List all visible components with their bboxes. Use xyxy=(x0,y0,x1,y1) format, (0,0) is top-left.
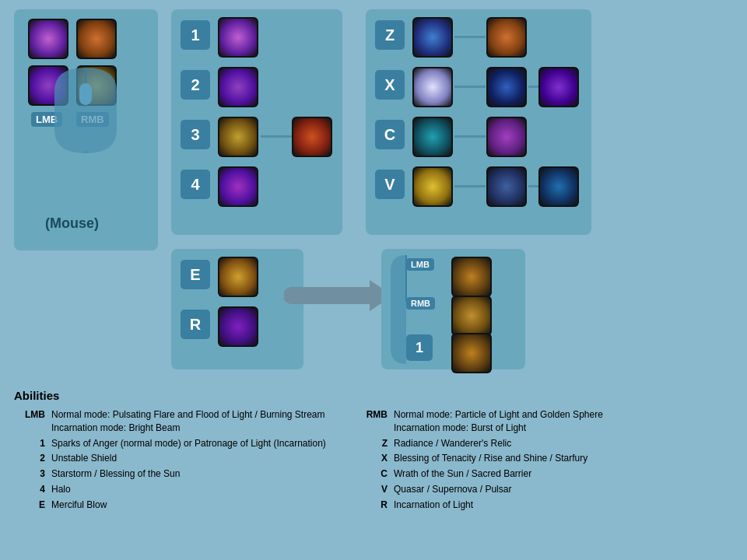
ability-rmb-row: RMB Normal mode: Particle of Light and G… xyxy=(356,408,714,435)
key3-ability-icon1[interactable] xyxy=(218,117,258,157)
ability-c-row: C Wrath of the Sun / Sacred Barrier xyxy=(356,467,714,481)
abilities-section: Abilities LMB Normal mode: Pulsating Fla… xyxy=(14,389,738,514)
lmb-icon xyxy=(28,19,68,59)
ability-z-desc: Radiance / Wanderer's Relic xyxy=(394,437,714,450)
key-1b-label[interactable]: 1 xyxy=(406,334,433,361)
zxcv-panel: Z X C V xyxy=(366,9,591,235)
lmb2-label: LMB xyxy=(406,258,434,271)
v-icon3[interactable] xyxy=(538,166,579,207)
key3-ability-icon2[interactable] xyxy=(292,117,332,157)
ability-rmb-key: RMB xyxy=(356,408,388,435)
c-icon1[interactable] xyxy=(412,117,453,157)
ability-v-key: V xyxy=(356,483,388,496)
r-ability-icon[interactable] xyxy=(218,306,258,347)
rmb2-label: RMB xyxy=(406,297,435,310)
ability-1-desc: Sparks of Anger (normal mode) or Patrona… xyxy=(51,437,341,450)
ability-rmb-desc: Normal mode: Particle of Light and Golde… xyxy=(394,408,714,435)
key2-ability-icon[interactable] xyxy=(218,67,258,107)
key-e-label[interactable]: E xyxy=(181,260,210,289)
ability-3-desc: Starstorm / Blessing of the Sun xyxy=(51,467,341,481)
rmb2-ability-icon[interactable] xyxy=(451,296,492,336)
x-icon2[interactable] xyxy=(486,67,527,107)
ability-e-desc: Merciful Blow xyxy=(51,499,341,512)
mouse-shape xyxy=(31,68,140,153)
ability-e-key: E xyxy=(14,499,45,512)
c-icon2[interactable] xyxy=(486,117,527,157)
ability-c-key: C xyxy=(356,467,388,481)
num-keys-panel: 1 2 3 4 xyxy=(171,9,342,235)
ability-z-key: Z xyxy=(356,437,388,450)
abilities-right-col: RMB Normal mode: Particle of Light and G… xyxy=(356,408,714,514)
key-4-label[interactable]: 4 xyxy=(181,170,210,199)
rmb-icon xyxy=(76,19,117,59)
ability-r-key: R xyxy=(356,499,388,512)
connector-x1 xyxy=(454,86,486,88)
connector-3 xyxy=(261,135,292,138)
ability-c-desc: Wrath of the Sun / Sacred Barrier xyxy=(394,467,714,481)
key1-ability-icon[interactable] xyxy=(218,17,258,58)
ability-3-key: 3 xyxy=(14,467,45,481)
ability-x-key: X xyxy=(356,452,388,465)
key-v-label[interactable]: V xyxy=(375,170,405,199)
key1b-ability-icon[interactable] xyxy=(451,333,492,373)
ability-e-row: E Merciful Blow xyxy=(14,499,341,512)
key4-ability-icon[interactable] xyxy=(218,166,258,207)
ability-x-desc: Blessing of Tenacity / Rise and Shine / … xyxy=(394,452,714,465)
abilities-left-col: LMB Normal mode: Pulsating Flare and Flo… xyxy=(14,408,341,514)
ability-lmb-row: LMB Normal mode: Pulsating Flare and Flo… xyxy=(14,408,341,435)
connector-z xyxy=(454,36,486,38)
key-z-label[interactable]: Z xyxy=(375,20,405,50)
mouse-panel: LMB RMB (Mouse) xyxy=(14,9,158,250)
connector-c xyxy=(454,135,486,138)
key-3-label[interactable]: 3 xyxy=(181,120,210,149)
abilities-title: Abilities xyxy=(14,389,738,402)
ability-v-desc: Quasar / Supernova / Pulsar xyxy=(394,483,714,496)
lmb-rmb-secondary-panel: LMB RMB 1 xyxy=(381,249,525,369)
key-r-label[interactable]: R xyxy=(181,310,210,339)
z-icon2[interactable] xyxy=(486,17,527,58)
key-2-label[interactable]: 2 xyxy=(181,70,210,100)
key-c-label[interactable]: C xyxy=(375,120,405,149)
ability-z-row: Z Radiance / Wanderer's Relic xyxy=(356,437,714,450)
v-icon1[interactable] xyxy=(412,166,453,207)
ability-r-row: R Incarnation of Light xyxy=(356,499,714,512)
ability-3-row: 3 Starstorm / Blessing of the Sun xyxy=(14,467,341,481)
ability-x-row: X Blessing of Tenacity / Rise and Shine … xyxy=(356,452,714,465)
ability-2-row: 2 Unstable Shield xyxy=(14,452,341,465)
e-ability-icon[interactable] xyxy=(218,257,258,297)
abilities-columns: LMB Normal mode: Pulsating Flare and Flo… xyxy=(14,408,738,514)
ability-lmb-desc: Normal mode: Pulsating Flare and Flood o… xyxy=(51,408,341,435)
lmb2-ability-icon[interactable] xyxy=(451,257,492,297)
ability-1-row: 1 Sparks of Anger (normal mode) or Patro… xyxy=(14,437,341,450)
ability-1-key: 1 xyxy=(14,437,45,450)
ability-2-key: 2 xyxy=(14,452,45,465)
ability-4-key: 4 xyxy=(14,483,45,496)
key-1-label[interactable]: 1 xyxy=(181,20,210,50)
big-arrow xyxy=(284,264,393,327)
ability-4-desc: Halo xyxy=(51,483,341,496)
mouse-label: (Mouse) xyxy=(45,215,99,232)
v-icon2[interactable] xyxy=(486,166,527,207)
ability-2-desc: Unstable Shield xyxy=(51,452,341,465)
ability-v-row: V Quasar / Supernova / Pulsar xyxy=(356,483,714,496)
z-icon1[interactable] xyxy=(412,17,453,58)
ability-4-row: 4 Halo xyxy=(14,483,341,496)
svg-rect-1 xyxy=(79,83,92,105)
key-x-label[interactable]: X xyxy=(375,70,405,100)
ability-r-desc: Incarnation of Light xyxy=(394,499,714,512)
ability-lmb-key: LMB xyxy=(14,408,45,435)
connector-v1 xyxy=(454,185,486,187)
x-icon1[interactable] xyxy=(412,67,453,107)
x-icon3[interactable] xyxy=(538,67,579,107)
